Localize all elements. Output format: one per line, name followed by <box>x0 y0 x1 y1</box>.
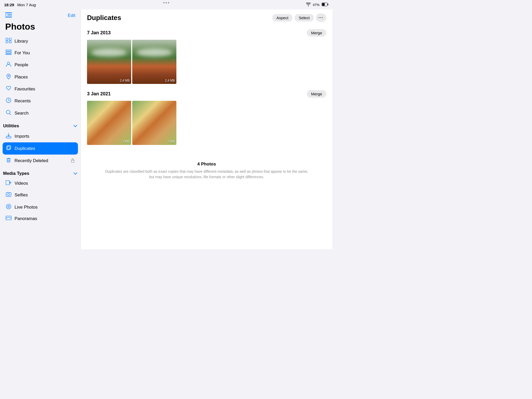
top-dots <box>163 2 169 3</box>
places-icon <box>6 74 11 81</box>
live-photos-label: Live Photos <box>15 205 75 210</box>
duplicates-label: Duplicates <box>15 146 75 151</box>
imports-label: Imports <box>15 134 75 139</box>
sidebar-item-places[interactable]: Places <box>3 71 78 83</box>
svg-rect-12 <box>6 52 11 53</box>
date-header-1: 7 Jan 2013 Merge <box>87 29 326 37</box>
utilities-label: Utilities <box>3 123 19 129</box>
sidebar-nav-section: Library For You <box>0 35 81 119</box>
sidebar-item-recents[interactable]: Recents <box>3 95 78 107</box>
photo-size-2-2: 3 MB <box>168 140 175 143</box>
status-right: 47% <box>306 3 328 7</box>
sidebar-item-imports[interactable]: Imports <box>3 130 78 142</box>
photo-thumb-1-1[interactable]: 2,4 MB <box>87 40 131 84</box>
photo-grid-2: 3 MB 3 MB <box>87 101 326 145</box>
search-icon <box>6 110 11 117</box>
sidebar: Edit Photos Library <box>0 9 81 249</box>
svg-point-17 <box>6 110 10 114</box>
duplicates-icon <box>6 145 11 152</box>
food-photo-2 <box>132 101 176 145</box>
utilities-section-header: Utilities <box>0 119 81 130</box>
sidebar-item-live-photos[interactable]: Live Photos <box>3 201 78 213</box>
svg-point-14 <box>8 62 10 64</box>
photo-thumb-1-2[interactable]: 2,4 MB <box>132 40 176 84</box>
selfies-icon <box>6 191 11 198</box>
for-you-label: For You <box>15 50 75 56</box>
photo-grid-1: 2,4 MB 2,4 MB <box>87 40 326 84</box>
battery-icon <box>322 3 328 7</box>
imports-icon <box>6 133 11 140</box>
main-scroll[interactable]: 7 Jan 2013 Merge 2,4 MB 2,4 MB <box>81 25 332 249</box>
sidebar-item-duplicates[interactable]: Duplicates <box>3 142 78 155</box>
sidebar-item-people[interactable]: People <box>3 59 78 71</box>
svg-rect-5 <box>5 15 6 15</box>
svg-point-24 <box>8 194 10 196</box>
aspect-button[interactable]: Aspect <box>272 14 292 22</box>
sidebar-item-library[interactable]: Library <box>3 35 78 47</box>
media-types-section-header: Media Types <box>0 167 81 178</box>
sidebar-item-for-you[interactable]: For You <box>3 47 78 59</box>
photo-thumb-2-2[interactable]: 3 MB <box>132 101 176 145</box>
date-label-1: 7 Jan 2013 <box>87 30 111 36</box>
footer-section: 4 Photos Duplicates are classified both … <box>87 151 326 185</box>
svg-rect-18 <box>6 137 11 138</box>
main-header: Duplicates Aspect Select ··· <box>81 9 332 25</box>
sidebar-header: Edit <box>0 9 81 21</box>
photo-size-1-2: 2,4 MB <box>165 79 175 82</box>
videos-icon <box>6 180 11 186</box>
more-button[interactable]: ··· <box>316 14 326 22</box>
date-label-2: 3 Jan 2021 <box>87 91 111 97</box>
recently-deleted-label: Recently Deleted <box>15 158 68 163</box>
select-button[interactable]: Select <box>295 14 314 22</box>
svg-rect-1 <box>322 3 325 6</box>
photo-size-1-1: 2,4 MB <box>120 79 130 82</box>
svg-rect-2 <box>328 4 328 5</box>
main-header-actions: Aspect Select ··· <box>272 14 326 22</box>
svg-rect-11 <box>6 50 11 51</box>
date-header-2: 3 Jan 2021 Merge <box>87 90 326 98</box>
sidebar-item-search[interactable]: Search <box>3 107 78 119</box>
merge-button-2[interactable]: Merge <box>307 90 326 98</box>
svg-rect-8 <box>9 38 11 40</box>
svg-rect-13 <box>6 54 11 55</box>
footer-description: Duplicates are classified both as exact … <box>103 169 311 180</box>
status-date: Mon 7 Aug <box>17 3 36 7</box>
people-label: People <box>15 62 75 68</box>
svg-rect-23 <box>6 193 11 197</box>
merge-button-1[interactable]: Merge <box>307 29 326 37</box>
sidebar-item-selfies[interactable]: Selfies <box>3 189 78 201</box>
sidebar-item-favourites[interactable]: Favourites <box>3 83 78 95</box>
main-content: Duplicates Aspect Select ··· 7 Jan 2013 … <box>81 9 332 249</box>
recents-label: Recents <box>15 98 75 104</box>
main-title: Duplicates <box>87 14 121 22</box>
svg-point-15 <box>8 75 9 77</box>
edit-button[interactable]: Edit <box>68 13 75 18</box>
people-icon <box>6 61 11 68</box>
svg-rect-3 <box>5 12 12 13</box>
favourites-label: Favourites <box>15 87 75 92</box>
sidebar-item-videos[interactable]: Videos <box>3 178 78 189</box>
battery-indicator: 47% <box>313 3 320 7</box>
status-bar: 18:29 Mon 7 Aug 47% <box>0 0 332 9</box>
places-label: Places <box>15 75 75 80</box>
sidebar-title: Photos <box>0 21 81 35</box>
selfies-label: Selfies <box>15 192 75 198</box>
media-types-label: Media Types <box>3 171 29 176</box>
utilities-chevron[interactable] <box>73 124 77 128</box>
live-photos-icon <box>6 204 11 211</box>
media-types-section: Videos Selfies <box>0 178 81 224</box>
photo-thumb-2-1[interactable]: 3 MB <box>87 101 131 145</box>
videos-label: Videos <box>15 181 75 186</box>
svg-rect-22 <box>6 181 10 185</box>
svg-rect-21 <box>71 160 74 162</box>
favourites-icon <box>6 86 11 92</box>
svg-rect-9 <box>6 41 8 43</box>
media-types-chevron[interactable] <box>73 171 77 176</box>
panoramas-label: Panoramas <box>15 216 75 221</box>
sidebar-item-panoramas[interactable]: Panoramas <box>3 213 78 224</box>
search-label: Search <box>15 111 75 116</box>
date-section-1: 7 Jan 2013 Merge 2,4 MB 2,4 MB <box>87 29 326 84</box>
sidebar-item-recently-deleted[interactable]: Recently Deleted <box>3 155 78 167</box>
sidebar-toggle-icon[interactable] <box>5 12 12 19</box>
recents-icon <box>6 97 11 104</box>
